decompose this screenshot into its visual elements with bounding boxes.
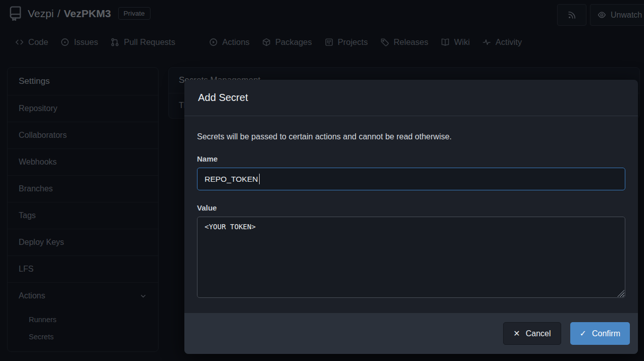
- modal-header: Add Secret: [184, 80, 638, 116]
- close-icon: ✕: [513, 330, 520, 338]
- modal-description: Secrets will be passed to certain action…: [197, 132, 625, 141]
- cancel-label: Cancel: [526, 329, 551, 338]
- add-secret-modal: Add Secret Secrets will be passed to cer…: [184, 80, 638, 354]
- name-label: Name: [197, 154, 625, 163]
- modal-footer: ✕ Cancel ✓ Confirm: [184, 313, 638, 354]
- modal-title: Add Secret: [198, 92, 248, 104]
- secret-name-input[interactable]: REPO_TOKEN: [197, 168, 625, 190]
- secret-name-value: REPO_TOKEN: [205, 175, 258, 184]
- secret-value-textarea[interactable]: <YOUR TOKEN>: [197, 217, 625, 298]
- confirm-label: Confirm: [592, 329, 620, 338]
- modal-body: Secrets will be passed to certain action…: [184, 116, 638, 313]
- cancel-button[interactable]: ✕ Cancel: [503, 322, 561, 345]
- secret-value-field: <YOUR TOKEN>: [197, 217, 625, 298]
- text-caret: [259, 174, 260, 184]
- confirm-button[interactable]: ✓ Confirm: [570, 322, 630, 345]
- check-icon: ✓: [580, 330, 586, 338]
- value-label: Value: [197, 203, 625, 212]
